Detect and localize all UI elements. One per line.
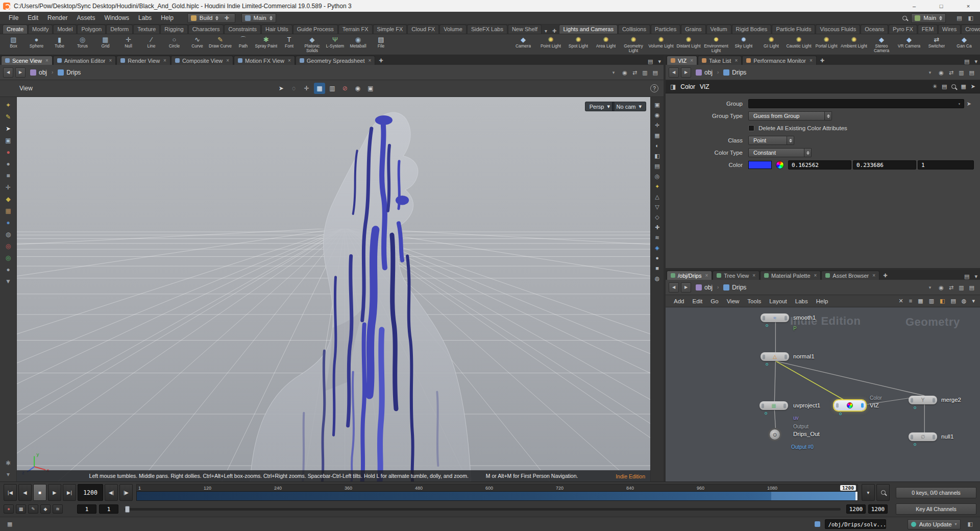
view-option-icon[interactable]: ▥ <box>327 83 338 94</box>
view-option-icon[interactable]: ✛ <box>301 83 312 94</box>
close-tab-icon[interactable]: × <box>734 58 738 63</box>
gear-icon[interactable]: ✳ <box>933 83 937 90</box>
pathbar-icon[interactable]: ▥ <box>640 69 650 76</box>
view-option-icon[interactable]: ▦ <box>314 83 325 94</box>
shelf-tool-button[interactable]: ▮Tube <box>48 35 71 55</box>
pane-layout-icon[interactable]: ▤ <box>645 58 655 65</box>
close-tab-icon[interactable]: × <box>45 58 48 63</box>
breadcrumb-obj[interactable]: obj <box>28 68 50 77</box>
breadcrumb-obj[interactable]: obj <box>693 283 715 292</box>
shelf-tab[interactable]: Create <box>3 25 28 34</box>
network-toolbar-icon[interactable]: ▦ <box>917 298 924 304</box>
toolbox-tool-icon[interactable]: ▾ <box>3 470 13 478</box>
network-toolbar-icon[interactable]: ◍ <box>961 298 968 304</box>
shelf-tool-button[interactable]: ΨL-System <box>324 35 347 55</box>
pane-tab[interactable]: Animation Editor× <box>53 56 116 65</box>
display-option-icon[interactable]: ◧ <box>652 152 663 159</box>
shelf-add-icon[interactable]: ✚ <box>550 28 559 34</box>
toolbox-tool-icon[interactable]: ● <box>3 219 13 227</box>
network-menu-item[interactable]: Tools <box>743 297 765 306</box>
shelf-tool-button[interactable]: ✹Environment Light <box>702 35 730 55</box>
playhead[interactable] <box>855 492 857 500</box>
color-swatch[interactable] <box>748 161 772 169</box>
node-colorviz-selected[interactable] <box>834 400 866 411</box>
play-button[interactable]: ▶ <box>48 484 61 501</box>
stepper-icon[interactable] <box>825 111 832 120</box>
panel-menu-icon[interactable]: ◧ <box>966 15 976 21</box>
pane-menu-icon[interactable]: ▾ <box>655 58 664 65</box>
shelf-tab[interactable]: Terrain FX <box>338 25 373 34</box>
shelf-tab[interactable]: Cloud FX <box>407 25 439 34</box>
shelf-set-selector[interactable]: Main <box>241 13 276 23</box>
toolbox-tool-icon[interactable]: ✎ <box>3 113 13 121</box>
prev-frame-button[interactable]: ◀| <box>105 484 118 501</box>
toolbox-tool-icon[interactable]: ● <box>3 148 13 156</box>
pane-menu-icon[interactable]: ▾ <box>972 58 980 65</box>
stepper-icon[interactable] <box>804 148 812 157</box>
color-g-input[interactable]: 0.233686 <box>853 160 916 170</box>
shelf-tool-button[interactable]: ◆Camera <box>509 35 537 55</box>
color-b-input[interactable]: 1 <box>918 160 974 170</box>
toolbox-tool-icon[interactable]: ✦ <box>3 101 13 109</box>
toolbox-tool-icon[interactable]: ● <box>3 266 13 274</box>
play-reverse-button[interactable]: ◀ <box>18 484 32 501</box>
menu-item[interactable]: Windows <box>100 13 134 23</box>
breadcrumb-node[interactable]: Drips <box>721 68 749 77</box>
pathbar-icon[interactable]: ⇄ <box>630 69 640 76</box>
jump-end-button[interactable]: ▶| <box>63 484 76 501</box>
network-toolbar-icon[interactable]: ✕ <box>898 298 904 304</box>
shelf-tab[interactable]: Volume <box>439 25 467 34</box>
pathbar-icon[interactable]: ▤ <box>650 69 660 76</box>
stepper-icon[interactable] <box>270 16 273 20</box>
shelf-tool-button[interactable]: ◆Gan Ca <box>950 35 978 55</box>
display-option-icon[interactable]: △ <box>652 193 663 200</box>
shelf-tool-button[interactable]: ✺Area Light <box>592 35 620 55</box>
pathbar-icon[interactable]: ◉ <box>936 69 946 76</box>
network-toolbar-icon[interactable]: ▾ <box>971 298 976 304</box>
shelf-tab[interactable]: Rigging <box>160 25 187 34</box>
shelf-tab[interactable]: Characters <box>188 25 224 34</box>
node-output-dot[interactable] <box>839 413 842 415</box>
shelf-tool-button[interactable]: ◎Torus <box>71 35 94 55</box>
pane-tab[interactable]: Composite View× <box>171 56 233 65</box>
nav-forward-icon[interactable]: ▶ <box>681 67 691 78</box>
shelf-tool-button[interactable]: ✺Point Light <box>537 35 565 55</box>
node-output-dot[interactable] <box>914 406 916 409</box>
shelf-tab[interactable]: Deform <box>106 25 133 34</box>
node-normal1[interactable]: △ <box>761 352 789 361</box>
layout-menu-icon[interactable]: ▤ <box>954 15 964 21</box>
help-icon[interactable]: ? <box>650 84 658 92</box>
display-option-icon[interactable]: ▤ <box>652 162 663 170</box>
display-option-icon[interactable]: ■ <box>652 264 663 272</box>
shelf-tab[interactable]: New Shelf <box>508 25 542 34</box>
display-option-icon[interactable]: ◇ <box>652 213 663 221</box>
close-tab-icon[interactable]: × <box>226 58 229 63</box>
display-option-icon[interactable]: ◍ <box>652 275 663 282</box>
node-uvproject1[interactable]: ▦ <box>760 401 788 410</box>
node-merge2[interactable]: Y <box>909 396 937 404</box>
shelf-tool-button[interactable]: ✺Ambient Light <box>840 35 868 55</box>
shelf-tool-button[interactable]: ▦Grid <box>94 35 117 55</box>
pane-tab[interactable]: Performance Monitor× <box>742 56 817 65</box>
shelf-tab[interactable]: Rigid Bodies <box>732 25 772 34</box>
pathbar-icon[interactable]: ◉ <box>936 284 946 291</box>
shelf-tab[interactable]: Texture <box>133 25 160 34</box>
node-output-dot[interactable] <box>765 412 767 415</box>
playback-end-field[interactable]: 1200 <box>846 504 866 514</box>
network-menu-item[interactable]: Go <box>706 297 722 306</box>
pane-tab[interactable]: VIZ× <box>667 56 697 65</box>
toolbox-tool-icon[interactable]: ◆ <box>3 195 13 203</box>
group-menu-icon[interactable]: ▾ <box>958 102 961 106</box>
shelf-tool-button[interactable]: ✺Volume Light <box>647 35 675 55</box>
node-flag[interactable] <box>836 403 839 408</box>
toolbox-tool-icon[interactable]: ▦ <box>3 207 13 215</box>
new-pane-tab-button[interactable]: ✚ <box>376 56 386 65</box>
shelf-tab[interactable]: Collisions <box>618 25 650 34</box>
view-menu-label[interactable]: View <box>19 85 33 92</box>
toolbox-tool-icon[interactable]: ➤ <box>3 125 13 133</box>
toolbox-tool-icon[interactable]: ▣ <box>3 136 13 144</box>
pane-tab[interactable]: Scene View× <box>1 56 53 65</box>
shelf-tool-button[interactable]: ◆Platonic Solids <box>301 35 324 55</box>
network-toolbar-icon[interactable]: ▥ <box>928 298 935 304</box>
node-name-field[interactable]: VIZ <box>700 83 709 90</box>
